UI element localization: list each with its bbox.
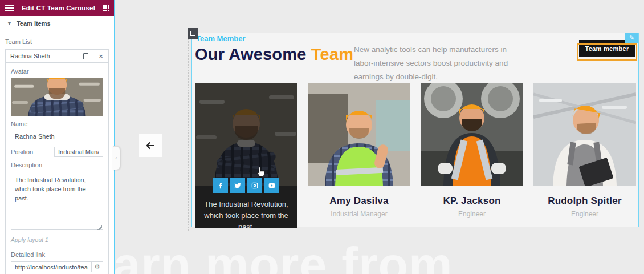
carousel-prev-button[interactable] xyxy=(139,134,162,157)
section-description: New analytic tools can help manufacturer… xyxy=(354,43,525,84)
section-eyebrow: Team Member xyxy=(196,34,245,43)
background-watermark-text: Learn more from xyxy=(114,236,453,274)
repeater-item-title[interactable]: Rachna Sheth xyxy=(6,50,78,62)
detailed-link-field[interactable] xyxy=(11,261,91,272)
section-icon xyxy=(190,31,195,36)
preview-canvas: Learn more from Team Member Our Awesome … xyxy=(114,0,644,274)
member-name: KP. Jackson xyxy=(421,195,523,207)
team-card[interactable]: Amy Dasilva Industrial Manager xyxy=(308,83,410,218)
elementor-edit-panel: Edit CT Team Carousel ▼ Team Items Team … xyxy=(0,0,114,274)
avatar-image[interactable] xyxy=(11,78,103,116)
member-name: Amy Dasilva xyxy=(308,195,410,207)
team-list-label: Team List xyxy=(5,38,109,45)
repeater-item: Rachna Sheth × Avatar xyxy=(5,49,109,274)
member-photo xyxy=(308,83,410,186)
section-team-items[interactable]: ▼ Team Items xyxy=(0,16,114,31)
member-photo xyxy=(195,83,297,186)
link-options-button[interactable]: ⚙ xyxy=(91,261,103,272)
gear-icon: ⚙ xyxy=(95,263,100,271)
twitter-icon[interactable] xyxy=(230,178,245,193)
resize-grip-icon[interactable] xyxy=(97,225,102,230)
widgets-grid-icon[interactable] xyxy=(103,5,109,11)
heading-accent: Team xyxy=(311,45,353,63)
team-card[interactable]: KP. Jackson Engineer xyxy=(421,83,523,218)
section-heading: Our Awesome Team xyxy=(195,45,353,64)
member-description: The Industrial Revolution, which took pl… xyxy=(199,199,293,228)
member-photo xyxy=(421,83,523,186)
name-field[interactable] xyxy=(11,131,103,142)
panel-resize-divider[interactable] xyxy=(114,0,115,274)
team-card[interactable]: Rudolph Spitler Engineer xyxy=(533,83,636,218)
edit-widget-button[interactable]: ✎ xyxy=(625,33,638,43)
description-field[interactable]: The Industrial Revolution, which took pl… xyxy=(11,172,103,230)
member-photo xyxy=(533,83,636,186)
arrow-left-icon xyxy=(145,140,156,151)
detailed-link-label: Detailed link xyxy=(11,251,103,258)
name-label: Name xyxy=(11,120,103,127)
copy-icon xyxy=(83,53,88,59)
member-position: Engineer xyxy=(421,210,523,218)
duplicate-item-button[interactable] xyxy=(78,50,93,62)
close-icon: × xyxy=(99,53,103,60)
apply-layout-note: Apply layout 1 xyxy=(11,236,103,243)
instagram-icon[interactable] xyxy=(247,178,262,193)
remove-item-button[interactable]: × xyxy=(93,50,108,62)
panel-collapse-tab[interactable]: ‹ xyxy=(113,146,120,170)
social-icons-row xyxy=(195,178,297,193)
avatar-label: Avatar xyxy=(11,68,103,75)
position-field[interactable] xyxy=(54,147,103,157)
panel-title: Edit CT Team Carousel xyxy=(22,5,95,11)
member-position: Engineer xyxy=(533,210,636,218)
hamburger-menu-icon[interactable] xyxy=(5,5,14,11)
team-card-hover[interactable]: The Industrial Revolution, which took pl… xyxy=(195,83,297,228)
member-name: Rudolph Spitler xyxy=(533,195,636,207)
description-label: Description xyxy=(11,162,103,168)
youtube-icon[interactable] xyxy=(264,178,279,193)
pencil-icon: ✎ xyxy=(629,34,634,42)
position-label: Position xyxy=(11,148,33,155)
panel-header: Edit CT Team Carousel xyxy=(0,0,114,16)
member-position: Industrial Manager xyxy=(308,210,410,218)
chevron-down-icon: ▼ xyxy=(7,21,12,26)
edit-section-handle[interactable] xyxy=(188,28,198,39)
facebook-icon[interactable] xyxy=(213,178,228,193)
